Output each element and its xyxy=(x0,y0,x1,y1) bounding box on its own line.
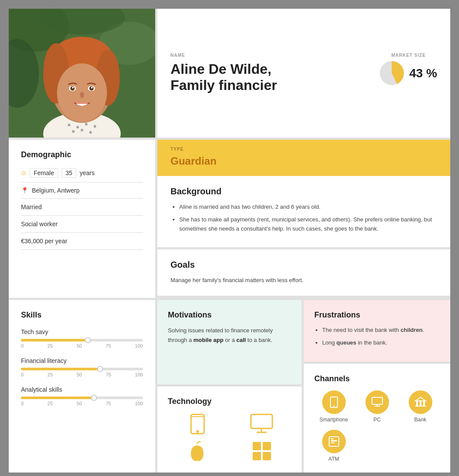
market-size-label: MARKET SIZE xyxy=(391,53,426,58)
occupation-value: Social worker xyxy=(21,221,58,228)
right-column: Frustrations The need to visit the bank … xyxy=(304,300,450,473)
svg-rect-40 xyxy=(372,397,382,404)
svg-rect-36 xyxy=(253,452,261,460)
location-value: Belgium, Antwerp xyxy=(32,187,80,194)
background-list: Aline is married and has two children, 2… xyxy=(170,203,437,233)
svg-point-22 xyxy=(76,126,79,128)
gender-value: Female xyxy=(30,168,58,178)
name-cell: NAME Aline De Wilde, Family financier MA… xyxy=(157,9,450,140)
channel-bank: Bank xyxy=(401,390,440,423)
channel-bank-label: Bank xyxy=(414,417,426,423)
channel-smartphone-icon xyxy=(322,390,346,414)
skill-fill-financial xyxy=(21,368,100,370)
svg-point-39 xyxy=(333,405,334,407)
channel-atm: ATM xyxy=(314,430,353,462)
svg-point-20 xyxy=(80,92,84,98)
svg-point-19 xyxy=(91,86,93,88)
svg-rect-51 xyxy=(331,438,334,439)
background-item-2: She has to make all payments (rent, muni… xyxy=(179,215,437,234)
channels-title: Channels xyxy=(314,374,440,383)
background-title: Background xyxy=(170,186,437,197)
market-percent: 43 % xyxy=(409,66,437,80)
tech-smartphone-icon xyxy=(168,413,227,435)
location-icon: 📍 xyxy=(21,187,28,194)
technology-title: Technology xyxy=(168,397,291,406)
bottom-row: Skills Tech savy 0255075100 Financial li… xyxy=(9,298,450,473)
goals-text: Manage her family's financial matters wi… xyxy=(170,276,437,285)
motivations-text: Solving issues related to finance remote… xyxy=(168,326,291,345)
marital-status: Married xyxy=(21,204,42,210)
skill-thumb-analytical[interactable] xyxy=(91,395,97,401)
age-unit: years xyxy=(80,169,94,176)
svg-marker-43 xyxy=(415,397,426,401)
skill-thumb-tech[interactable] xyxy=(85,337,91,343)
svg-rect-45 xyxy=(420,401,421,406)
svg-point-29 xyxy=(196,430,199,433)
skills-cell: Skills Tech savy 0255075100 Financial li… xyxy=(9,300,157,473)
demographic-cell: Demographic ⊙ Female 35 years 📍 Belgium,… xyxy=(9,140,157,298)
svg-rect-34 xyxy=(253,442,261,450)
type-value: Guardian xyxy=(170,155,437,167)
svg-point-25 xyxy=(72,130,75,133)
channel-atm-label: ATM xyxy=(328,456,339,462)
skill-labels-financial: 0255075100 xyxy=(21,372,143,377)
age-value: 35 xyxy=(62,168,76,178)
technology-cell: Technology xyxy=(157,384,302,473)
frustrations-cell: Frustrations The need to visit the bank … xyxy=(304,300,450,362)
skills-title: Skills xyxy=(21,310,143,320)
skill-fill-tech xyxy=(21,339,88,341)
svg-rect-46 xyxy=(423,401,425,406)
svg-point-26 xyxy=(81,129,83,131)
channel-pc: PC xyxy=(358,390,396,423)
channels-grid: Smartphone PC Bank xyxy=(314,390,440,462)
tech-monitor-icon xyxy=(232,413,291,435)
skill-name-tech: Tech savy xyxy=(21,328,143,335)
income-value: €36,000 per year xyxy=(21,238,67,245)
tech-windows-icon xyxy=(232,441,291,462)
channel-atm-icon xyxy=(322,430,346,453)
skill-thumb-financial[interactable] xyxy=(97,366,103,372)
frustrations-title: Frustrations xyxy=(314,310,440,320)
type-cell: TYPE Guardian xyxy=(157,140,450,176)
background-item-1: Aline is married and has two children, 2… xyxy=(179,203,437,212)
svg-rect-35 xyxy=(263,442,271,450)
motivations-cell: Motivations Solving issues related to fi… xyxy=(157,300,302,384)
goals-cell: Goals Manage her family's financial matt… xyxy=(157,249,450,298)
channels-cell: Channels Smartphone PC xyxy=(304,362,450,473)
skill-analytical: Analytical skills 0255075100 xyxy=(21,386,143,406)
channel-pc-icon xyxy=(365,390,389,414)
demographic-title: Demographic xyxy=(21,150,143,159)
tech-icons-grid xyxy=(168,413,291,462)
svg-rect-37 xyxy=(263,452,271,460)
frustration-item-1: The need to visit the bank with children… xyxy=(322,326,440,335)
frustration-item-2: Long queues in the bank. xyxy=(322,338,440,348)
svg-rect-31 xyxy=(251,414,272,428)
svg-rect-49 xyxy=(331,440,337,442)
svg-point-21 xyxy=(68,124,70,126)
svg-rect-50 xyxy=(331,442,334,443)
channel-bank-icon xyxy=(409,390,432,414)
middle-column: Motivations Solving issues related to fi… xyxy=(157,300,304,473)
skill-tech-savy: Tech savy 0255075100 xyxy=(21,328,143,348)
svg-rect-44 xyxy=(416,401,418,406)
persona-photo xyxy=(9,9,157,140)
persona-name: Aline De Wilde, Family financier xyxy=(170,61,277,93)
background-cell: Background Aline is married and has two … xyxy=(157,176,450,249)
frustrations-list: The need to visit the bank with children… xyxy=(314,326,440,348)
svg-point-23 xyxy=(85,123,87,125)
type-label: TYPE xyxy=(170,147,437,152)
skill-name-analytical: Analytical skills xyxy=(21,386,143,393)
channel-smartphone-label: Smartphone xyxy=(320,417,348,423)
market-size-block: MARKET SIZE 43 % xyxy=(380,53,437,85)
skill-name-financial: Financial literacy xyxy=(21,357,143,364)
goals-title: Goals xyxy=(170,260,437,270)
skill-fill-analytical xyxy=(21,397,94,399)
skill-financial: Financial literacy 0255075100 xyxy=(21,357,143,377)
motivations-title: Motivations xyxy=(168,310,291,320)
svg-point-27 xyxy=(89,131,92,134)
market-pie-chart xyxy=(380,61,404,85)
name-label: NAME xyxy=(170,53,277,58)
channel-smartphone: Smartphone xyxy=(314,390,353,423)
skill-labels-tech: 0255075100 xyxy=(21,343,143,348)
svg-point-18 xyxy=(72,86,74,88)
